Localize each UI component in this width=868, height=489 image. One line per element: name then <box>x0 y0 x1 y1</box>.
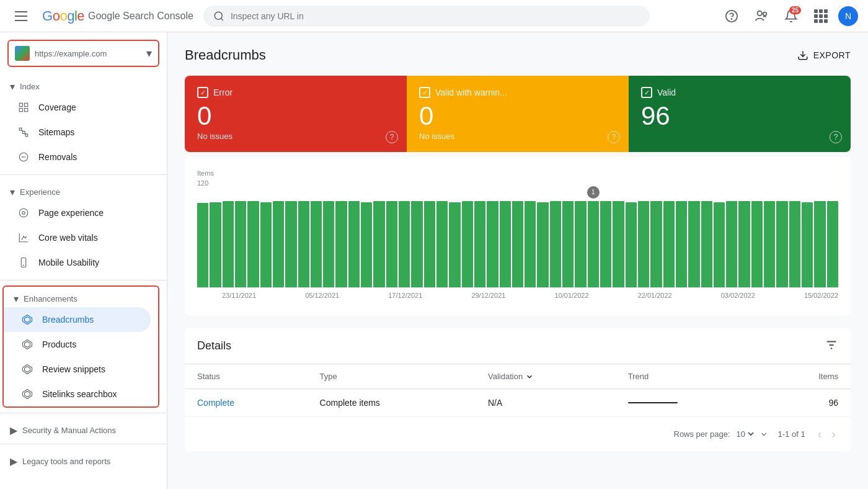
chart-section: Items 120 80 40 0 <box>185 157 851 316</box>
valid-check-icon <box>641 87 652 98</box>
search-input[interactable] <box>231 11 640 21</box>
sidebar-item-sitelinks-searchbox[interactable]: Sitelinks searchbox <box>4 382 151 406</box>
search-icon <box>213 11 224 22</box>
valid-help-icon[interactable]: ? <box>830 131 842 143</box>
chart-y-label: Items <box>197 169 838 177</box>
svg-line-13 <box>20 130 24 132</box>
svg-rect-6 <box>19 103 22 106</box>
error-help-icon[interactable]: ? <box>386 131 398 143</box>
col-validation[interactable]: Validation <box>476 364 616 389</box>
legacy-section-header[interactable]: ▶ Legacy tools and reports <box>0 449 167 470</box>
experience-section-header[interactable]: ▾ Experience <box>0 180 167 200</box>
svg-marker-28 <box>25 392 30 397</box>
svg-rect-10 <box>19 128 22 130</box>
sidebar-item-sitemaps[interactable]: Sitemaps <box>0 120 159 145</box>
status-cards: Error 0 No issues ? Valid with warnin...… <box>185 76 851 152</box>
app-logo[interactable]: Google Google Search Console <box>42 8 193 24</box>
notifications-button[interactable]: 25 <box>779 4 804 29</box>
validation-sort[interactable]: Validation <box>488 372 603 381</box>
chart-container: 120 80 40 0 <box>197 179 838 303</box>
row-status[interactable]: Complete <box>197 398 234 408</box>
coverage-label: Coverage <box>38 102 76 112</box>
svg-point-5 <box>763 12 767 15</box>
breadcrumbs-icon <box>21 313 33 326</box>
review-snippets-icon <box>21 363 33 375</box>
apps-icon <box>814 9 828 23</box>
export-button[interactable]: EXPORT <box>797 50 851 61</box>
details-header: Details <box>185 328 851 364</box>
svg-marker-22 <box>25 317 30 323</box>
notification-badge: 25 <box>789 6 801 14</box>
search-bar[interactable] <box>203 6 650 27</box>
error-sub: No issues <box>197 132 394 141</box>
sidebar-item-coverage[interactable]: Coverage <box>0 95 159 120</box>
security-section-header[interactable]: ▶ Security & Manual Actions <box>0 418 167 439</box>
sidebar-item-removals[interactable]: Removals <box>0 145 159 169</box>
col-type: Type <box>308 364 476 389</box>
enhancements-section: ▾ Enhancements Breadcrumbs Products Rev <box>2 285 159 408</box>
sidebar-item-mobile-usability[interactable]: Mobile Usability <box>0 250 159 275</box>
sidebar-item-core-web-vitals[interactable]: Core web vitals <box>0 225 159 250</box>
index-chevron-icon: ▾ <box>10 81 15 92</box>
col-items: Items <box>763 364 851 389</box>
enhancements-section-header[interactable]: ▾ Enhancements <box>4 287 158 307</box>
row-type: Complete items <box>308 389 476 417</box>
svg-rect-8 <box>19 109 22 112</box>
apps-button[interactable] <box>808 4 833 29</box>
next-page-button[interactable]: › <box>829 424 838 444</box>
property-name: https://example.com <box>35 49 141 58</box>
core-web-vitals-icon <box>17 231 30 244</box>
help-icon <box>725 9 738 23</box>
mobile-usability-label: Mobile Usability <box>38 258 99 267</box>
svg-point-0 <box>215 12 222 19</box>
chart-x-axis: 23/11/2021 05/12/2021 17/12/2021 29/12/2… <box>197 288 838 299</box>
warning-card[interactable]: Valid with warnin... 0 No issues ? <box>407 76 629 152</box>
sidebar-item-products[interactable]: Products <box>4 332 151 357</box>
security-section-label: Security & Manual Actions <box>22 426 116 435</box>
rows-per-page-label: Rows per page: <box>674 429 730 439</box>
table-row: Complete Complete items N/A 96 <box>185 389 851 417</box>
svg-point-17 <box>19 209 28 217</box>
menu-button[interactable] <box>10 6 32 26</box>
rows-per-page[interactable]: Rows per page: 10 25 50 <box>674 429 768 439</box>
valid-card[interactable]: Valid 96 ? <box>629 76 851 152</box>
review-snippets-label: Review snippets <box>42 364 105 374</box>
row-validation: N/A <box>476 389 616 417</box>
sidebar-item-breadcrumbs[interactable]: Breadcrumbs <box>4 307 151 332</box>
sitelinks-searchbox-icon <box>21 388 33 400</box>
col-trend: Trend <box>616 364 763 389</box>
manage-accounts-button[interactable] <box>749 4 774 29</box>
warning-card-title: Valid with warnin... <box>419 87 616 98</box>
main-content: Breadcrumbs EXPORT Error 0 No issues ? <box>167 32 868 489</box>
experience-chevron-icon: ▾ <box>10 186 15 198</box>
divider-3 <box>0 413 167 413</box>
app-header: Google Google Search Console 25 N <box>0 0 868 32</box>
error-check-icon <box>197 87 208 98</box>
svg-rect-9 <box>25 109 28 112</box>
sidebar-item-review-snippets[interactable]: Review snippets <box>4 357 151 382</box>
prev-page-button[interactable]: ‹ <box>815 424 825 444</box>
svg-marker-27 <box>23 390 32 399</box>
products-icon <box>21 338 33 351</box>
sitemaps-label: Sitemaps <box>38 127 74 137</box>
filter-button[interactable] <box>825 338 838 354</box>
removals-icon <box>17 151 30 163</box>
svg-marker-21 <box>23 315 32 325</box>
property-icon <box>15 46 30 61</box>
svg-point-18 <box>22 212 25 215</box>
property-selector[interactable]: https://example.com ▾ <box>7 40 159 67</box>
help-button[interactable] <box>719 4 744 29</box>
svg-marker-25 <box>23 365 32 374</box>
removals-label: Removals <box>38 152 77 162</box>
index-section-label: Index <box>20 82 40 91</box>
chart-bubble: 1 <box>587 186 600 199</box>
valid-count: 96 <box>641 103 838 129</box>
index-section-header[interactable]: ▾ Index <box>0 74 167 95</box>
svg-marker-23 <box>23 340 32 349</box>
sidebar-item-page-experience[interactable]: Page experience <box>0 200 159 225</box>
enhancements-section-label: Enhancements <box>24 294 78 303</box>
rows-per-page-select[interactable]: 10 25 50 <box>734 429 756 439</box>
avatar[interactable]: N <box>838 6 858 26</box>
warning-help-icon[interactable]: ? <box>608 131 620 143</box>
error-card[interactable]: Error 0 No issues ? <box>185 76 407 152</box>
